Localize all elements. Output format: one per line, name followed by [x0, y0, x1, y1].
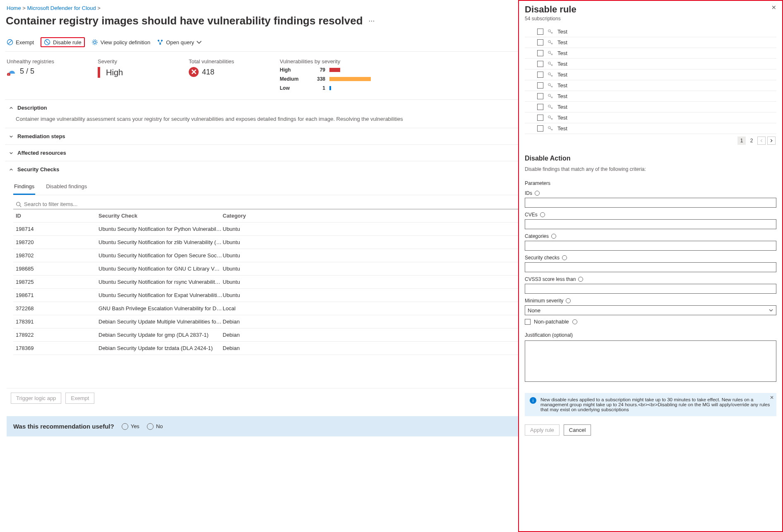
cancel-button[interactable]: Cancel: [564, 424, 591, 436]
page-1[interactable]: 1: [737, 137, 746, 145]
non-patchable-checkbox[interactable]: [525, 319, 531, 325]
info-icon[interactable]: [562, 255, 567, 260]
cell-id: 198714: [16, 226, 98, 232]
subscription-row[interactable]: Test: [525, 26, 776, 37]
breadcrumb-sep: >: [97, 5, 101, 11]
subscription-checkbox[interactable]: [537, 61, 543, 67]
tab-findings[interactable]: Findings: [13, 180, 35, 195]
chevron-down-icon: [769, 308, 773, 313]
view-policy-button[interactable]: View policy definition: [91, 39, 150, 46]
subscription-row[interactable]: Test: [525, 123, 776, 134]
cvss-input[interactable]: [525, 284, 776, 294]
col-id[interactable]: ID: [16, 213, 98, 219]
subscription-row[interactable]: Test: [525, 91, 776, 102]
minsev-label: Minimum severity: [525, 298, 776, 304]
cell-security-check: Debian Security Update for gmp (DLA 2837…: [98, 332, 223, 338]
page-title: Container registry images should have vu…: [6, 14, 363, 27]
feedback-yes[interactable]: Yes: [122, 423, 139, 430]
info-icon[interactable]: [551, 234, 556, 239]
cell-security-check: GNU Bash Privilege Escalation Vulnerabil…: [98, 305, 223, 312]
cell-security-check: Ubuntu Security Notification for Python …: [98, 226, 223, 232]
key-icon: [548, 93, 553, 99]
minsev-select[interactable]: None: [525, 305, 776, 315]
feedback-question: Was this recommendation useful?: [13, 423, 114, 430]
feedback-no[interactable]: No: [147, 423, 163, 430]
subscription-name: Test: [557, 61, 567, 67]
breadcrumb-home[interactable]: Home: [7, 5, 21, 11]
page-next[interactable]: [767, 137, 776, 145]
subscription-row[interactable]: Test: [525, 59, 776, 69]
panel-close-button[interactable]: ✕: [771, 4, 776, 11]
info-text: New disable rules applied to a subscript…: [540, 397, 771, 412]
subscription-row[interactable]: Test: [525, 102, 776, 113]
more-actions-button[interactable]: ···: [369, 17, 375, 25]
unhealthy-value: 5 / 5: [20, 67, 34, 76]
key-icon: [548, 40, 553, 46]
cell-security-check: Ubuntu Security Notification for Expat V…: [98, 292, 223, 298]
page-2[interactable]: 2: [747, 137, 756, 145]
ids-label: IDs: [525, 190, 776, 196]
info-icon[interactable]: [572, 319, 577, 324]
pager: 1 2: [525, 134, 776, 147]
exempt-bottom-button[interactable]: Exempt: [65, 393, 94, 404]
subscription-row[interactable]: Test: [525, 69, 776, 80]
info-icon[interactable]: [535, 191, 540, 196]
tab-disabled-findings[interactable]: Disabled findings: [45, 180, 88, 195]
categories-input[interactable]: [525, 241, 776, 251]
cves-input[interactable]: [525, 219, 776, 229]
svg-point-7: [161, 40, 163, 41]
apply-rule-button[interactable]: Apply rule: [525, 424, 560, 436]
subscription-name: Test: [557, 104, 567, 110]
cell-category: Debian: [223, 332, 281, 338]
subscription-checkbox[interactable]: [537, 125, 543, 132]
description-heading: Description: [17, 105, 47, 111]
security-checks-input[interactable]: [525, 262, 776, 272]
subscription-checkbox[interactable]: [537, 72, 543, 78]
severity-value: High: [106, 68, 123, 77]
cell-id: 198702: [16, 252, 98, 259]
subscription-checkbox[interactable]: [537, 29, 543, 35]
open-query-button[interactable]: Open query: [157, 39, 205, 46]
ids-input[interactable]: [525, 198, 776, 208]
info-dismiss-button[interactable]: ✕: [770, 395, 774, 400]
unhealthy-label: Unhealthy registries: [7, 58, 65, 65]
subscription-name: Test: [557, 125, 567, 132]
disable-rule-button[interactable]: Disable rule: [41, 37, 85, 47]
severity-bar-icon: [98, 67, 100, 78]
total-label: Total vulnerabilities: [189, 58, 247, 65]
col-security-check[interactable]: Security Check: [98, 213, 223, 219]
subscription-checkbox[interactable]: [537, 50, 543, 56]
info-icon[interactable]: [566, 298, 571, 303]
cell-security-check: Debian Security Update Multiple Vulnerab…: [98, 319, 223, 325]
trigger-logic-app-button[interactable]: Trigger logic app: [11, 393, 61, 404]
exempt-button[interactable]: Exempt: [7, 39, 34, 46]
page-prev[interactable]: [757, 137, 766, 145]
chevron-right-icon: [769, 139, 773, 143]
col-category[interactable]: Category: [223, 213, 281, 219]
subscriptions-list: Test Test Test Test Test Test Test Test …: [525, 26, 776, 134]
subscription-checkbox[interactable]: [537, 82, 543, 89]
justification-textarea[interactable]: [525, 340, 776, 382]
subscription-row[interactable]: Test: [525, 113, 776, 123]
subscription-row[interactable]: Test: [525, 37, 776, 48]
breadcrumb-defender[interactable]: Microsoft Defender for Cloud: [27, 5, 96, 11]
key-icon: [548, 115, 553, 121]
subscription-row[interactable]: Test: [525, 48, 776, 59]
info-icon[interactable]: [540, 212, 545, 217]
key-icon: [548, 50, 553, 56]
subscription-row[interactable]: Test: [525, 80, 776, 91]
cell-category: Ubuntu: [223, 252, 281, 259]
svg-point-8: [159, 43, 161, 45]
subscription-name: Test: [557, 93, 567, 99]
subscription-checkbox[interactable]: [537, 115, 543, 121]
info-box: i New disable rules applied to a subscri…: [525, 393, 776, 416]
cell-category: Local: [223, 305, 281, 312]
remediation-heading: Remediation steps: [17, 133, 65, 139]
error-icon: ✕: [189, 67, 199, 77]
search-icon: [16, 201, 22, 207]
disable-rule-label: Disable rule: [53, 39, 82, 46]
subscription-checkbox[interactable]: [537, 39, 543, 46]
subscription-checkbox[interactable]: [537, 104, 543, 110]
info-icon[interactable]: [578, 277, 583, 282]
subscription-checkbox[interactable]: [537, 93, 543, 99]
